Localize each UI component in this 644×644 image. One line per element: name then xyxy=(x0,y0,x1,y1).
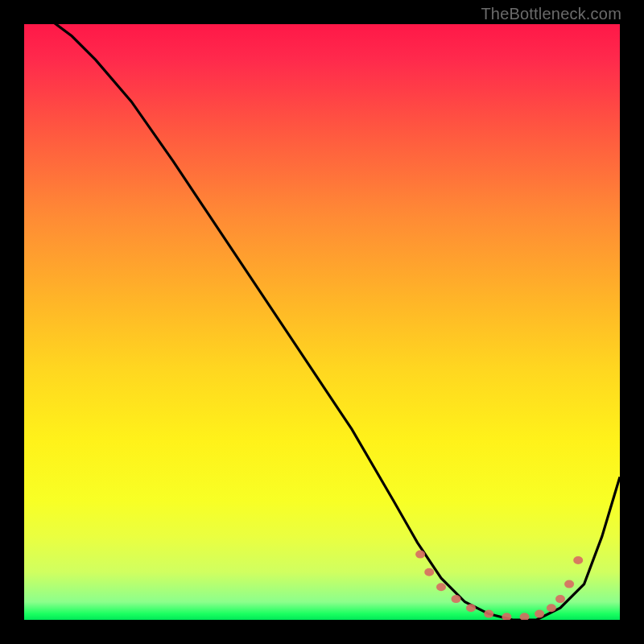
curve-marker xyxy=(436,583,446,591)
curve-marker xyxy=(415,551,425,559)
curve-marker xyxy=(573,556,583,564)
curve-marker xyxy=(535,610,544,618)
curve-marker xyxy=(466,604,476,612)
chart-frame: TheBottleneck.com xyxy=(0,0,644,644)
chart-svg xyxy=(24,24,620,620)
curve-marker xyxy=(484,610,493,618)
curve-marker xyxy=(547,604,556,612)
curve-marker xyxy=(564,580,574,588)
curve-marker xyxy=(555,595,565,603)
watermark-text: TheBottleneck.com xyxy=(481,5,621,23)
curve-marker xyxy=(424,568,434,576)
curve-marker xyxy=(502,613,511,620)
curve-line xyxy=(24,24,620,620)
curve-marker xyxy=(452,595,461,603)
curve-marker xyxy=(520,613,530,620)
